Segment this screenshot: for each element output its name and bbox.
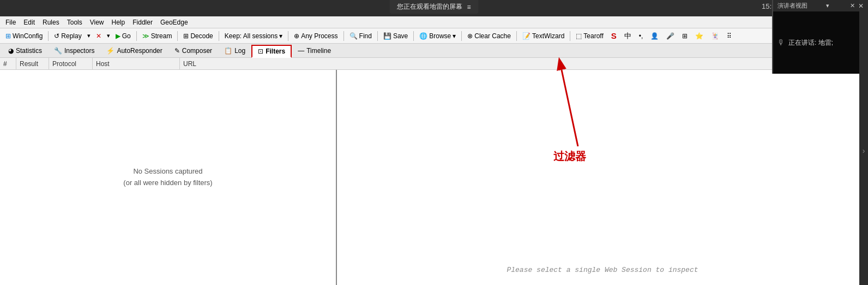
right-sidebar[interactable]: ›: [859, 16, 868, 285]
inspectors-icon: 🔧: [54, 47, 62, 55]
menu-geoedge[interactable]: GeoEdge: [157, 17, 191, 27]
menu-rules[interactable]: Rules: [39, 17, 63, 27]
grid-icon-button[interactable]: ⊞: [679, 31, 691, 41]
cache-icon: ⊗: [467, 32, 473, 40]
toolbar-separator-5: [288, 31, 288, 41]
toolbar-separator-8: [413, 31, 414, 41]
presenter-title: 演讲者视图: [777, 2, 807, 10]
tearoff-button[interactable]: ⬚ Tearoff: [572, 31, 606, 41]
presenter-speaking: 正在讲话: 地雷;: [788, 38, 833, 48]
browse-icon: 🌐: [419, 32, 427, 40]
toolbar-separator-6: [343, 31, 344, 41]
log-icon: 📋: [224, 47, 232, 55]
col-result[interactable]: Result: [16, 58, 49, 69]
tab-log[interactable]: 📋 Log: [218, 45, 251, 57]
menu-fiddler[interactable]: Fiddler: [129, 17, 156, 27]
browse-button[interactable]: 🌐 Browse ▾: [416, 31, 459, 41]
toolbar: ⊞ WinConfig ↺ Replay ▾ ✕ ▾ ▶ Go ≫ Stream…: [0, 28, 868, 44]
textwizard-button[interactable]: 📝 TextWizard: [519, 31, 568, 41]
star-icon-button[interactable]: ⭐: [692, 31, 707, 41]
keep-button[interactable]: Keep: All sessions ▾: [221, 31, 286, 41]
tab-composer[interactable]: ✎ Composer: [168, 45, 218, 57]
presenter-overlay: 演讲者视图 ▾ ✕ 🎙 正在讲话: 地雷;: [772, 0, 859, 74]
tab-timeline[interactable]: — Timeline: [292, 45, 337, 57]
avatar-icon: 👤: [650, 32, 659, 40]
clear-cache-button[interactable]: ⊗ Clear Cache: [464, 31, 514, 41]
col-host[interactable]: Host: [93, 58, 180, 69]
statistics-icon: ◕: [8, 47, 14, 55]
no-sessions-message: No Sessions captured (or all were hidden…: [123, 166, 212, 189]
any-process-button[interactable]: ⊕ Any Process: [291, 31, 341, 41]
go-button[interactable]: ▶ Go: [112, 31, 134, 41]
inspect-hint: Please select a single Web Session to in…: [507, 266, 698, 274]
s-icon: S: [611, 31, 617, 40]
menu-icon[interactable]: ≡: [467, 3, 471, 11]
column-headers: # Result Protocol Host URL Body: [0, 58, 868, 70]
toolbar-separator-11: [570, 31, 570, 41]
tab-filters[interactable]: ⊡ Filters: [251, 45, 292, 58]
timeline-icon: —: [298, 47, 304, 55]
toolbar-separator-4: [219, 31, 219, 41]
presenter-content: 🎙 正在讲话: 地雷;: [773, 11, 859, 74]
keep-dropdown-icon: ▾: [279, 32, 282, 40]
tearoff-icon: ⬚: [576, 32, 582, 40]
menu-help[interactable]: Help: [108, 17, 129, 27]
presenter-header: 演讲者视图 ▾ ✕: [773, 0, 859, 11]
toolbar-separator-9: [461, 31, 462, 41]
stream-icon: ≫: [142, 32, 149, 40]
toolbar-separator-3: [177, 31, 178, 41]
avatar-icon-button[interactable]: 👤: [647, 31, 662, 41]
mic-icon: 🎤: [666, 32, 674, 40]
card-icon-button[interactable]: 🃏: [708, 31, 722, 41]
collapse-arrow[interactable]: ›: [863, 146, 865, 155]
menu-file[interactable]: File: [2, 17, 19, 27]
windows-icon: ⊞: [5, 32, 11, 40]
process-icon: ⊕: [294, 32, 299, 40]
autoresponder-icon: ⚡: [106, 47, 114, 55]
go-icon: ▶: [116, 32, 120, 40]
card-icon: 🃏: [711, 32, 719, 40]
mic-icon-button[interactable]: 🎤: [663, 31, 678, 41]
decode-button[interactable]: ⊞ Decode: [180, 31, 216, 41]
browse-dropdown: ▾: [453, 32, 456, 40]
presenter-close[interactable]: ✕: [850, 2, 855, 9]
textwizard-icon: 📝: [522, 32, 531, 40]
filters-icon: ⊡: [258, 48, 263, 55]
find-button[interactable]: 🔍 Find: [346, 31, 375, 41]
clear-button[interactable]: ✕: [93, 31, 105, 41]
session-list-panel: No Sessions captured (or all were hidden…: [0, 70, 337, 285]
stream-button[interactable]: ≫ Stream: [139, 31, 176, 41]
replay-dropdown[interactable]: ▾: [86, 31, 92, 40]
comma-icon-button[interactable]: •,: [636, 31, 647, 41]
grid-icon: ⊞: [682, 32, 688, 40]
toolbar-separator-2: [136, 31, 137, 41]
tab-autoresponder[interactable]: ⚡ AutoResponder: [100, 45, 168, 57]
composer-icon: ✎: [174, 47, 180, 55]
tab-statistics[interactable]: ◕ Statistics: [2, 45, 48, 57]
s-icon-button[interactable]: S: [608, 30, 620, 41]
col-url[interactable]: URL: [180, 58, 841, 69]
extra-icon: ⠿: [727, 32, 732, 40]
presenter-dropdown[interactable]: ▾: [826, 2, 829, 9]
replay-icon: ↺: [54, 32, 59, 40]
comma-icon: •,: [639, 32, 643, 40]
col-protocol[interactable]: Protocol: [49, 58, 93, 69]
extra-icon-button[interactable]: ⠿: [724, 31, 735, 41]
menu-view[interactable]: View: [87, 17, 107, 27]
chinese-icon-button[interactable]: 中: [621, 30, 635, 42]
tab-bar: ◕ Statistics 🔧 Inspectors ⚡ AutoResponde…: [0, 44, 868, 58]
speaker-icon: 🎙: [777, 38, 785, 47]
toolbar-separator-1: [48, 31, 49, 41]
tab-inspectors[interactable]: 🔧 Inspectors: [48, 45, 100, 57]
save-button[interactable]: 💾 Save: [380, 31, 411, 41]
menu-edit[interactable]: Edit: [20, 17, 38, 27]
winconfig-button[interactable]: ⊞ WinConfig: [2, 31, 46, 41]
col-hash[interactable]: #: [0, 58, 16, 69]
menu-tools[interactable]: Tools: [64, 17, 86, 27]
chinese-icon: 中: [624, 31, 631, 41]
clear-dropdown[interactable]: ▾: [106, 31, 111, 40]
no-sessions-line2: (or all were hidden by filters): [123, 177, 212, 189]
replay-button[interactable]: ↺ Replay: [51, 31, 85, 41]
star-icon: ⭐: [695, 32, 703, 40]
toolbar-separator-7: [377, 31, 378, 41]
